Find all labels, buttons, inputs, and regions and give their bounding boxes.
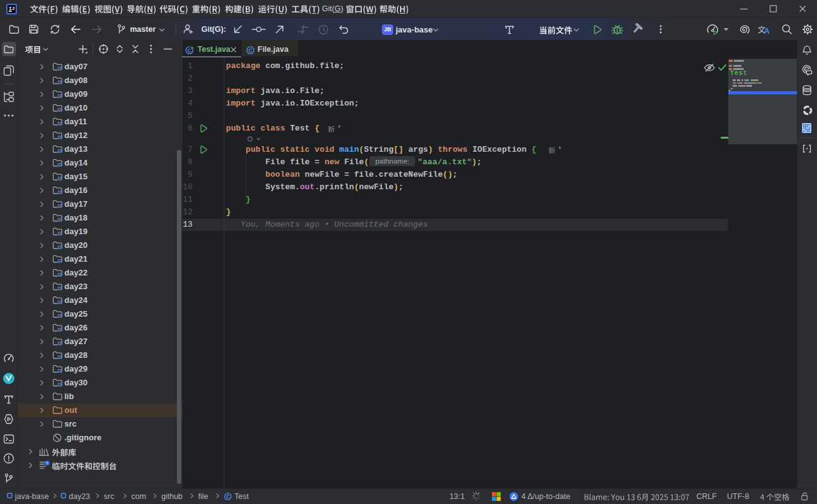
svg-text:C: C xyxy=(248,47,253,54)
svg-text:IJ: IJ xyxy=(9,6,15,11)
